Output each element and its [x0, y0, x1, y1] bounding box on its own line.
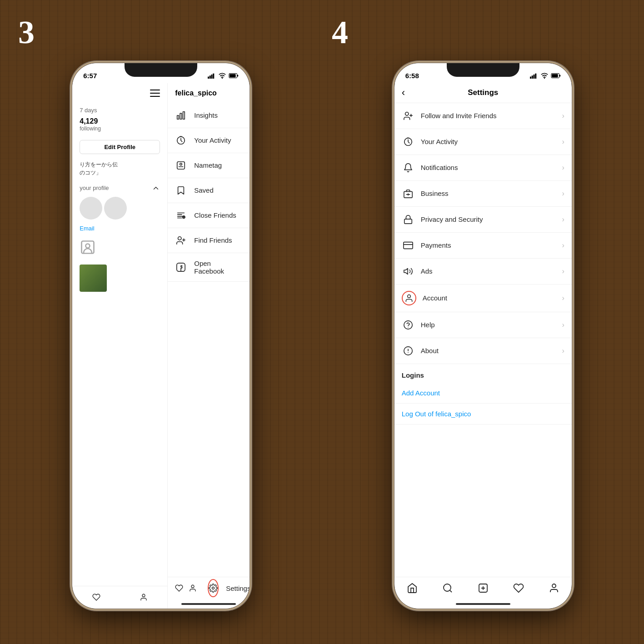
add-account-button[interactable]: Add Account: [394, 383, 572, 404]
chevron-7: ›: [562, 294, 564, 302]
menu-item-activity[interactable]: Your Activity: [168, 128, 250, 153]
settings-label: Settings: [226, 584, 250, 592]
settings-circle-button[interactable]: [208, 579, 219, 597]
profile-thumbnails: [72, 195, 167, 221]
search-tab-icon[interactable]: [442, 583, 453, 594]
chevron-8: ›: [562, 321, 564, 329]
svg-rect-46: [404, 219, 412, 224]
svg-rect-32: [532, 75, 533, 79]
menu-header: felica_spico: [168, 83, 250, 103]
home-tab-icon[interactable]: [407, 583, 418, 594]
svg-point-25: [178, 236, 181, 240]
home-indicator-1: [168, 599, 250, 609]
settings-nav-bar: ‹ Settings: [394, 83, 572, 103]
settings-item-ads[interactable]: Ads ›: [394, 259, 572, 285]
wifi-icon: [219, 73, 226, 79]
menu-pane: felica_spico Insights: [168, 83, 250, 609]
ads-icon: [402, 265, 414, 278]
settings-item-notifications[interactable]: Notifications ›: [394, 155, 572, 181]
svg-rect-7: [230, 74, 236, 78]
svg-rect-11: [177, 115, 179, 119]
profile-stats: 7 days 4,129 following: [72, 103, 167, 135]
chevron-9: ›: [562, 347, 564, 355]
hamburger-menu-button[interactable]: [150, 90, 160, 97]
chevron-2: ›: [562, 164, 564, 172]
svg-point-9: [86, 244, 90, 248]
settings-item-account[interactable]: Account ›: [394, 285, 572, 312]
chevron-6: ›: [562, 267, 564, 275]
settings-item-about[interactable]: About ›: [394, 338, 572, 364]
svg-point-16: [180, 163, 182, 165]
thumb-2: [104, 197, 127, 220]
add-tab-icon[interactable]: [478, 583, 489, 594]
settings-title: Settings: [468, 88, 498, 97]
settings-item-activity[interactable]: Your Activity ›: [394, 129, 572, 155]
email-link[interactable]: Email: [72, 221, 167, 235]
notifications-icon: [402, 161, 414, 174]
saved-label: Saved: [194, 186, 214, 194]
menu-username: felica_spico: [175, 89, 217, 97]
svg-point-4: [222, 78, 223, 79]
settings-item-payments[interactable]: Payments ›: [394, 233, 572, 259]
signal-icon-2: [530, 73, 538, 79]
phone-2: 6:58: [394, 63, 572, 609]
heart-bottom-icon[interactable]: [175, 584, 183, 592]
svg-point-39: [405, 112, 408, 115]
follow-invite-icon: [402, 110, 414, 122]
svg-marker-49: [404, 268, 408, 274]
profile-pane: 7 days 4,129 following Edit Profile り方をー…: [72, 83, 168, 609]
heart-tab-icon-2[interactable]: [513, 583, 524, 594]
gear-icon: [209, 584, 218, 593]
payments-label: Payments: [421, 241, 562, 249]
signal-icon: [208, 73, 216, 79]
bio-line-2: のコツ」: [80, 169, 160, 177]
privacy-label: Privacy and Security: [421, 215, 562, 223]
chevron-0: ›: [562, 112, 564, 120]
menu-item-find-friends[interactable]: Find Friends: [168, 228, 250, 253]
settings-item-privacy[interactable]: Privacy and Security ›: [394, 207, 572, 233]
profile-bottom-tabs: [72, 586, 167, 609]
business-icon: [402, 187, 414, 200]
menu-item-saved[interactable]: Saved: [168, 178, 250, 203]
settings-item-business[interactable]: Business ›: [394, 181, 572, 207]
settings-item-help[interactable]: Help ›: [394, 312, 572, 338]
status-icons-2: [530, 73, 561, 79]
step-number-3: 3: [18, 14, 35, 51]
thumb-1: [80, 197, 102, 220]
svg-rect-1: [210, 75, 211, 79]
notch: [125, 63, 197, 77]
ads-label: Ads: [421, 267, 562, 275]
svg-rect-31: [530, 76, 531, 79]
settings-item-follow-invite[interactable]: Follow and Invite Friends ›: [394, 103, 572, 129]
profile-tab-icon-2[interactable]: [549, 583, 559, 594]
svg-point-56: [444, 584, 451, 591]
profile-tab-icon[interactable]: [140, 593, 148, 601]
menu-item-close-friends[interactable]: Close Friends: [168, 203, 250, 228]
menu-item-facebook[interactable]: Open Facebook: [168, 253, 250, 282]
svg-rect-37: [559, 75, 560, 76]
logout-button[interactable]: Log Out of felica_spico: [394, 404, 572, 424]
menu-item-insights[interactable]: Insights: [168, 103, 250, 128]
home-bar-1: [181, 603, 236, 605]
heart-tab-icon[interactable]: [92, 593, 100, 601]
svg-line-57: [449, 590, 451, 592]
svg-point-50: [407, 295, 410, 298]
svg-rect-13: [183, 111, 185, 119]
profile-bio: り方をーから伝 のコツ」: [72, 159, 167, 179]
nametag-icon: [175, 160, 187, 171]
person-bottom-icon[interactable]: [189, 584, 197, 592]
insights-icon: [175, 110, 187, 121]
profile-days: 7 days: [80, 107, 160, 114]
back-button[interactable]: ‹: [402, 87, 405, 99]
notifications-label: Notifications: [421, 164, 562, 171]
home-indicator-2: [394, 599, 572, 609]
svg-rect-6: [237, 75, 238, 76]
notch-2: [447, 63, 519, 77]
about-icon: [402, 344, 414, 357]
chevron-up-icon: [152, 184, 160, 192]
svg-rect-47: [404, 242, 413, 249]
account-icon: [402, 291, 416, 305]
svg-rect-38: [552, 74, 558, 78]
menu-item-nametag[interactable]: Nametag: [168, 153, 250, 178]
edit-profile-button[interactable]: Edit Profile: [80, 140, 160, 154]
